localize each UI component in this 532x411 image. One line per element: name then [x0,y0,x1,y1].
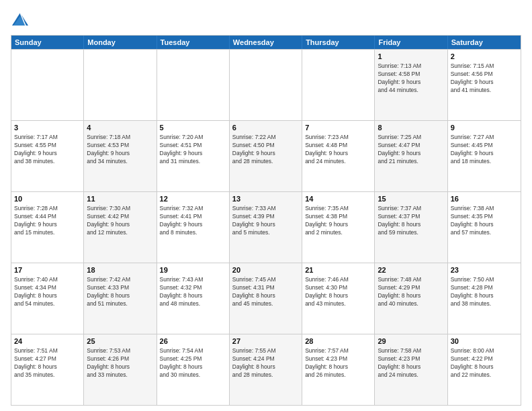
day-info: Sunrise: 7:27 AMSunset: 4:45 PMDaylight:… [451,134,518,166]
day-number: 19 [160,265,226,275]
calendar-cell: 12Sunrise: 7:32 AMSunset: 4:41 PMDayligh… [157,192,230,263]
calendar-cell: 6Sunrise: 7:22 AMSunset: 4:50 PMDaylight… [230,121,302,191]
day-number: 1 [378,52,444,62]
day-number: 21 [305,265,371,275]
day-number: 12 [160,194,226,204]
page: SundayMondayTuesdayWednesdayThursdayFrid… [0,0,532,411]
calendar-header-monday: Monday [84,36,157,49]
day-info: Sunrise: 7:13 AMSunset: 4:58 PMDaylight:… [378,62,444,95]
calendar-header-tuesday: Tuesday [157,36,230,49]
day-number: 18 [87,265,153,275]
day-number: 29 [378,336,444,347]
day-info: Sunrise: 7:58 AMSunset: 4:23 PMDaylight:… [378,347,444,379]
day-number: 9 [451,123,518,133]
day-info: Sunrise: 7:43 AMSunset: 4:32 PMDaylight:… [160,276,226,308]
calendar-cell: 13Sunrise: 7:33 AMSunset: 4:39 PMDayligh… [230,192,302,263]
calendar-header-wednesday: Wednesday [230,36,302,49]
day-info: Sunrise: 7:38 AMSunset: 4:35 PMDaylight:… [451,205,518,237]
day-number: 11 [87,194,153,204]
day-number: 16 [451,194,518,204]
day-info: Sunrise: 7:54 AMSunset: 4:25 PMDaylight:… [160,347,226,379]
calendar-cell [11,50,84,120]
day-number: 14 [305,194,371,204]
calendar-cell: 15Sunrise: 7:37 AMSunset: 4:37 PMDayligh… [375,192,447,263]
day-info: Sunrise: 7:48 AMSunset: 4:29 PMDaylight:… [378,276,444,308]
calendar-cell: 3Sunrise: 7:17 AMSunset: 4:55 PMDaylight… [11,121,84,191]
day-info: Sunrise: 7:37 AMSunset: 4:37 PMDaylight:… [378,205,444,237]
calendar-cell: 2Sunrise: 7:15 AMSunset: 4:56 PMDaylight… [448,50,521,120]
calendar-cell: 18Sunrise: 7:42 AMSunset: 4:33 PMDayligh… [84,263,157,334]
day-info: Sunrise: 7:32 AMSunset: 4:41 PMDaylight:… [160,205,226,237]
day-info: Sunrise: 7:46 AMSunset: 4:30 PMDaylight:… [305,276,371,308]
calendar-cell [157,50,230,120]
calendar-week-5: 24Sunrise: 7:51 AMSunset: 4:27 PMDayligh… [11,334,521,405]
day-info: Sunrise: 7:45 AMSunset: 4:31 PMDaylight:… [232,276,299,308]
day-number: 10 [14,194,81,204]
day-info: Sunrise: 7:18 AMSunset: 4:53 PMDaylight:… [87,134,153,166]
day-info: Sunrise: 7:28 AMSunset: 4:44 PMDaylight:… [14,205,81,237]
calendar-cell: 7Sunrise: 7:23 AMSunset: 4:48 PMDaylight… [302,121,375,191]
calendar-cell: 14Sunrise: 7:35 AMSunset: 4:38 PMDayligh… [302,192,375,263]
day-number: 20 [232,265,299,275]
calendar-cell: 19Sunrise: 7:43 AMSunset: 4:32 PMDayligh… [157,263,230,334]
day-number: 6 [232,123,299,133]
day-number: 22 [378,265,444,275]
calendar-cell: 1Sunrise: 7:13 AMSunset: 4:58 PMDaylight… [375,50,447,120]
calendar-cell [302,50,375,120]
calendar-cell [230,50,302,120]
logo-icon [11,11,30,30]
calendar-body: 1Sunrise: 7:13 AMSunset: 4:58 PMDaylight… [11,49,521,405]
calendar-cell: 27Sunrise: 7:55 AMSunset: 4:24 PMDayligh… [230,334,302,405]
day-number: 7 [305,123,371,133]
calendar: SundayMondayTuesdayWednesdayThursdayFrid… [11,35,521,406]
calendar-cell: 21Sunrise: 7:46 AMSunset: 4:30 PMDayligh… [302,263,375,334]
calendar-cell: 16Sunrise: 7:38 AMSunset: 4:35 PMDayligh… [448,192,521,263]
calendar-cell: 26Sunrise: 7:54 AMSunset: 4:25 PMDayligh… [157,334,230,405]
day-number: 23 [451,265,518,275]
day-number: 5 [160,123,226,133]
day-info: Sunrise: 7:25 AMSunset: 4:47 PMDaylight:… [378,134,444,166]
day-info: Sunrise: 7:20 AMSunset: 4:51 PMDaylight:… [160,134,226,166]
day-number: 28 [305,336,371,347]
day-info: Sunrise: 7:35 AMSunset: 4:38 PMDaylight:… [305,205,371,237]
day-info: Sunrise: 7:50 AMSunset: 4:28 PMDaylight:… [451,276,518,308]
calendar-header-saturday: Saturday [448,36,521,49]
day-info: Sunrise: 7:15 AMSunset: 4:56 PMDaylight:… [451,62,518,95]
header [11,11,521,30]
calendar-cell: 4Sunrise: 7:18 AMSunset: 4:53 PMDaylight… [84,121,157,191]
calendar-cell: 30Sunrise: 8:00 AMSunset: 4:22 PMDayligh… [448,334,521,405]
calendar-cell: 20Sunrise: 7:45 AMSunset: 4:31 PMDayligh… [230,263,302,334]
day-number: 4 [87,123,153,133]
day-number: 26 [160,336,226,347]
calendar-cell: 28Sunrise: 7:57 AMSunset: 4:23 PMDayligh… [302,334,375,405]
calendar-cell: 8Sunrise: 7:25 AMSunset: 4:47 PMDaylight… [375,121,447,191]
calendar-cell: 29Sunrise: 7:58 AMSunset: 4:23 PMDayligh… [375,334,447,405]
calendar-header-friday: Friday [375,36,447,49]
day-info: Sunrise: 7:22 AMSunset: 4:50 PMDaylight:… [232,134,299,166]
calendar-header-row: SundayMondayTuesdayWednesdayThursdayFrid… [11,36,521,49]
calendar-cell: 5Sunrise: 7:20 AMSunset: 4:51 PMDaylight… [157,121,230,191]
calendar-cell: 23Sunrise: 7:50 AMSunset: 4:28 PMDayligh… [448,263,521,334]
day-number: 17 [14,265,81,275]
calendar-cell: 17Sunrise: 7:40 AMSunset: 4:34 PMDayligh… [11,263,84,334]
day-number: 24 [14,336,81,347]
day-number: 2 [451,52,518,62]
logo [11,11,32,30]
calendar-header-thursday: Thursday [302,36,375,49]
day-info: Sunrise: 7:55 AMSunset: 4:24 PMDaylight:… [232,347,299,379]
day-info: Sunrise: 8:00 AMSunset: 4:22 PMDaylight:… [451,347,518,379]
calendar-cell: 25Sunrise: 7:53 AMSunset: 4:26 PMDayligh… [84,334,157,405]
day-info: Sunrise: 7:42 AMSunset: 4:33 PMDaylight:… [87,276,153,308]
calendar-cell: 9Sunrise: 7:27 AMSunset: 4:45 PMDaylight… [448,121,521,191]
day-number: 8 [378,123,444,133]
day-number: 25 [87,336,153,347]
day-info: Sunrise: 7:51 AMSunset: 4:27 PMDaylight:… [14,347,81,379]
day-info: Sunrise: 7:23 AMSunset: 4:48 PMDaylight:… [305,134,371,166]
day-info: Sunrise: 7:57 AMSunset: 4:23 PMDaylight:… [305,347,371,379]
day-number: 30 [451,336,518,347]
calendar-week-4: 17Sunrise: 7:40 AMSunset: 4:34 PMDayligh… [11,263,521,334]
calendar-cell [84,50,157,120]
day-number: 13 [232,194,299,204]
day-number: 3 [14,123,81,133]
calendar-cell: 24Sunrise: 7:51 AMSunset: 4:27 PMDayligh… [11,334,84,405]
